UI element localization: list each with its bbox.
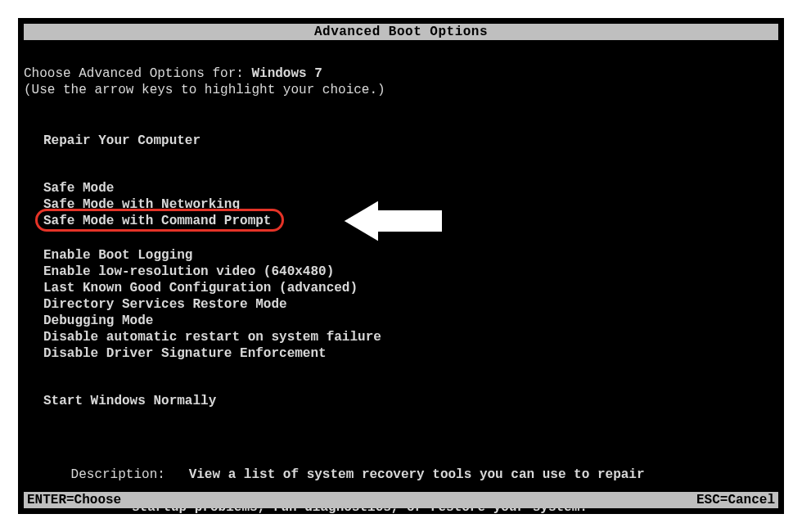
footer-bar: ENTER=Choose ESC=Cancel <box>24 492 778 508</box>
intro-line: Choose Advanced Options for: Windows 7 <box>24 65 778 82</box>
boot-menu[interactable]: Repair Your Computer Safe Mode Safe Mode… <box>43 133 778 409</box>
menu-item-safe-mode[interactable]: Safe Mode <box>43 180 778 196</box>
menu-item-boot-logging[interactable]: Enable Boot Logging <box>43 247 778 264</box>
footer-esc: ESC=Cancel <box>696 492 775 508</box>
intro-os: Windows 7 <box>251 66 322 81</box>
menu-item-ds-restore[interactable]: Directory Services Restore Mode <box>43 296 778 313</box>
description-label: Description: <box>71 467 189 483</box>
menu-item-safe-cmd[interactable]: Safe Mode with Command Prompt <box>43 213 271 229</box>
title-text: Advanced Boot Options <box>314 25 488 39</box>
menu-item-repair[interactable]: Repair Your Computer <box>43 133 778 149</box>
menu-item-lkgc[interactable]: Last Known Good Configuration (advanced) <box>43 280 778 296</box>
intro-hint: (Use the arrow keys to highlight your ch… <box>24 82 778 98</box>
menu-item-debug[interactable]: Debugging Mode <box>43 313 778 329</box>
description: Description: View a list of system recov… <box>24 450 778 532</box>
menu-item-no-autorestart[interactable]: Disable automatic restart on system fail… <box>43 329 778 345</box>
description-line1: View a list of system recovery tools you… <box>189 467 645 482</box>
menu-item-lowres[interactable]: Enable low-resolution video (640x480) <box>43 264 778 280</box>
intro-prefix: Choose Advanced Options for: <box>24 66 251 81</box>
footer-enter: ENTER=Choose <box>27 492 121 508</box>
boot-screen: Advanced Boot Options Choose Advanced Op… <box>18 18 784 514</box>
menu-item-start-normally[interactable]: Start Windows Normally <box>43 393 778 409</box>
title-bar: Advanced Boot Options <box>24 24 778 40</box>
menu-item-safe-networking[interactable]: Safe Mode with Networking <box>43 196 778 213</box>
menu-item-no-drvsig[interactable]: Disable Driver Signature Enforcement <box>43 345 778 362</box>
